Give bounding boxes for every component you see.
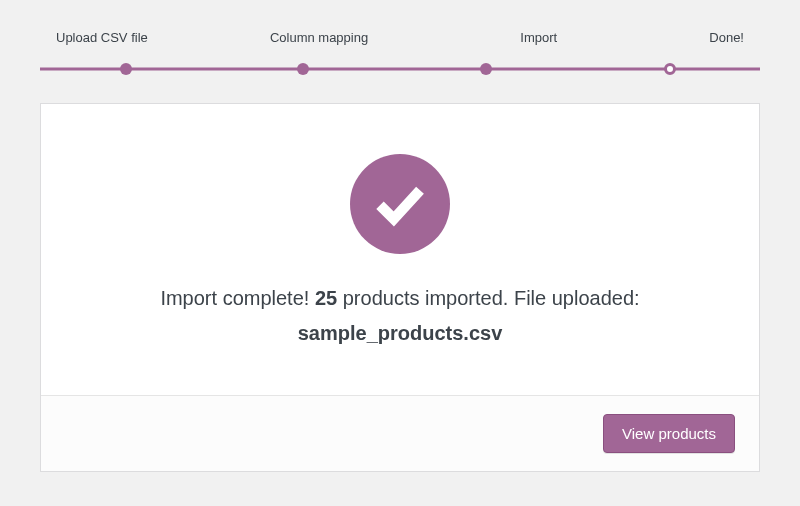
- step-dot-mapping: [297, 63, 309, 75]
- step-label-upload: Upload CSV file: [56, 30, 148, 45]
- stepper-labels: Upload CSV file Column mapping Import Do…: [40, 30, 760, 45]
- result-card: Import complete! 25 products imported. F…: [40, 103, 760, 472]
- result-body: Import complete! 25 products imported. F…: [41, 104, 759, 395]
- step-dot-done: [664, 63, 676, 75]
- step-dot-import: [480, 63, 492, 75]
- result-footer: View products: [41, 395, 759, 471]
- message-prefix: Import complete!: [160, 287, 315, 309]
- import-count: 25: [315, 287, 337, 309]
- stepper-dots: [40, 59, 760, 79]
- step-dot-upload: [120, 63, 132, 75]
- check-icon-wrap: [81, 154, 719, 254]
- view-products-button[interactable]: View products: [603, 414, 735, 453]
- stepper-track: [40, 59, 760, 79]
- step-label-import: Import: [520, 30, 557, 45]
- check-icon: [350, 154, 450, 254]
- import-result-message: Import complete! 25 products imported. F…: [81, 282, 719, 314]
- message-mid: products imported. File uploaded:: [337, 287, 639, 309]
- step-label-done: Done!: [709, 30, 744, 45]
- uploaded-filename: sample_products.csv: [81, 322, 719, 345]
- progress-stepper: Upload CSV file Column mapping Import Do…: [40, 30, 760, 79]
- step-label-mapping: Column mapping: [270, 30, 368, 45]
- import-wizard: Upload CSV file Column mapping Import Do…: [0, 0, 800, 502]
